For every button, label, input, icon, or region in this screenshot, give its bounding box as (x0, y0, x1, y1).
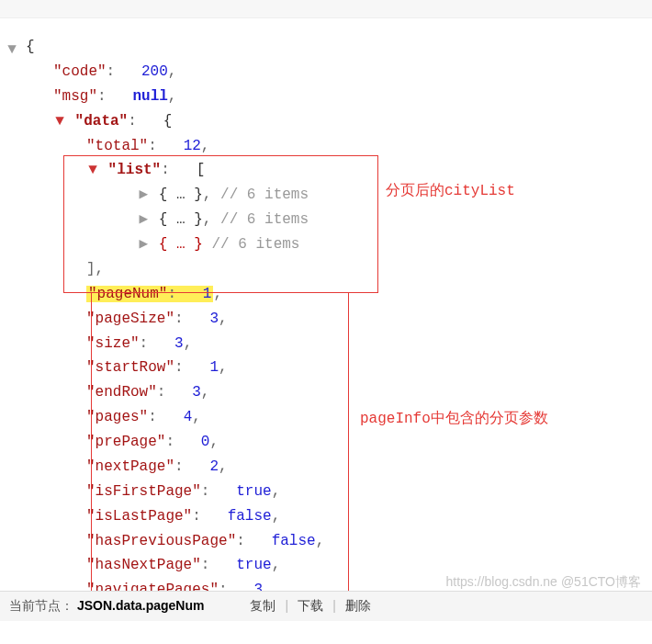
annotation-list: 分页后的cityList (386, 179, 515, 204)
toggle-data[interactable]: ▼ (53, 109, 66, 134)
separator: | (332, 595, 336, 617)
delete-button[interactable]: 删除 (340, 595, 377, 617)
list-item[interactable]: ▶ { … } // 6 items (119, 232, 635, 257)
row-total: "total": 12, (86, 134, 635, 159)
separator: | (285, 595, 288, 617)
row-nextPage: "nextPage": 2, (86, 455, 635, 480)
row-size: "size": 3, (86, 332, 635, 356)
annotation-pageinfo: pageInfo中包含的分页参数 (360, 407, 548, 432)
row-pageNum[interactable]: "pageNum": 1, (86, 282, 635, 307)
list-item[interactable]: ▶ { … }, // 6 items (119, 208, 635, 232)
json-viewer: { "code": 200, "msg": null, ▼ "data": { … (0, 18, 652, 621)
chevron-right-icon[interactable]: ▶ (137, 232, 150, 257)
row-endRow: "endRow": 3, (86, 380, 635, 405)
chevron-right-icon[interactable]: ▶ (137, 183, 150, 208)
top-bar (0, 0, 652, 18)
row-list[interactable]: ▼ "list": [ (86, 158, 635, 183)
row-pageSize: "pageSize": 3, (86, 307, 635, 332)
row-data[interactable]: ▼ "data": { (53, 109, 635, 134)
brace-open: { (26, 35, 635, 60)
row-msg: "msg": null, (53, 85, 635, 109)
copy-button[interactable]: 复制 (244, 595, 281, 617)
footer-label: 当前节点： (9, 595, 73, 617)
row-isLastPage: "isLastPage": false, (86, 504, 635, 529)
toggle-list[interactable]: ▼ (86, 158, 99, 183)
download-button[interactable]: 下载 (292, 595, 329, 617)
row-startRow: "startRow": 1, (86, 356, 635, 380)
row-code: "code": 200, (53, 60, 635, 85)
row-isFirstPage: "isFirstPage": true, (86, 480, 635, 504)
list-close: ], (86, 257, 635, 282)
footer-path: JSON.data.pageNum (77, 595, 204, 617)
chevron-right-icon[interactable]: ▶ (137, 208, 150, 232)
footer-bar: 当前节点： JSON.data.pageNum 复制 | 下载 | 删除 (0, 591, 652, 621)
list-item[interactable]: ▶ { … }, // 6 items (119, 183, 635, 208)
row-hasPreviousPage: "hasPreviousPage": false, (86, 529, 635, 554)
row-prePage: "prePage": 0, (86, 430, 635, 455)
watermark: https://blog.csdn.ne@51CTO博客 (445, 571, 641, 593)
